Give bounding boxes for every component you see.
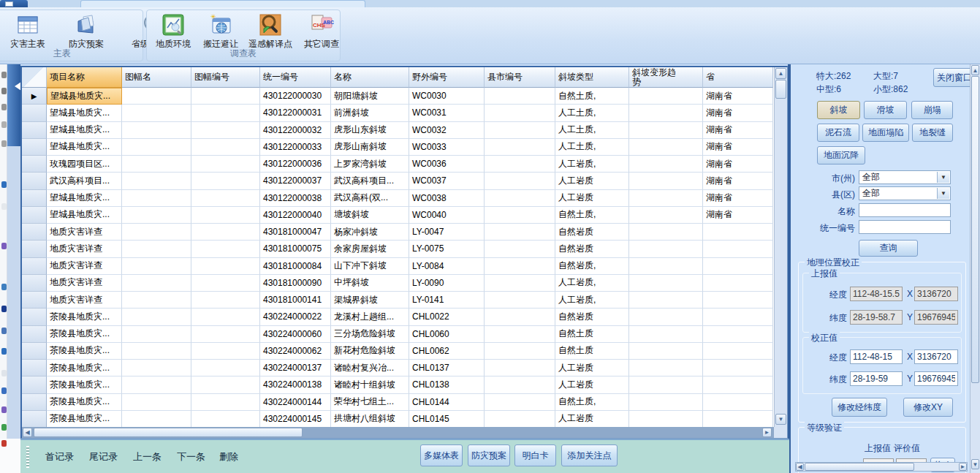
- table-cell[interactable]: CHL0062: [409, 343, 485, 360]
- previous-record-link[interactable]: 上一条: [133, 450, 162, 463]
- table-cell[interactable]: 430224000137: [260, 360, 331, 376]
- table-cell[interactable]: 430224000145: [260, 411, 331, 428]
- table-cell[interactable]: CHL0137: [409, 360, 485, 376]
- left-toolbar[interactable]: [0, 64, 7, 439]
- row-selector[interactable]: ▶: [22, 88, 47, 105]
- table-cell[interactable]: [485, 360, 555, 376]
- table-cell[interactable]: [703, 326, 773, 343]
- table-cell[interactable]: WC0031: [409, 105, 485, 121]
- table-cell[interactable]: [485, 292, 555, 309]
- table-cell[interactable]: 渠城界斜坡: [331, 292, 409, 309]
- type-button-landslide[interactable]: 滑坡: [864, 101, 907, 119]
- table-cell[interactable]: 430181000084: [260, 258, 331, 275]
- table-cell[interactable]: [122, 309, 191, 325]
- table-cell[interactable]: [629, 173, 703, 189]
- table-cell[interactable]: 茶陵县地质灾...: [47, 343, 122, 360]
- table-row[interactable]: 望城县地质灾...430122000040塘坡斜坡WC0040自然土质,湖南省: [22, 207, 773, 224]
- multimedia-table-button[interactable]: 多媒体表: [420, 444, 463, 466]
- table-cell[interactable]: 茶陵县地质灾...: [47, 394, 122, 411]
- table-cell[interactable]: 虎形山南斜坡: [331, 139, 409, 156]
- table-cell[interactable]: [191, 411, 260, 428]
- table-cell[interactable]: 430224000022: [260, 309, 331, 325]
- table-cell[interactable]: 自然岩质: [555, 224, 629, 241]
- table-cell[interactable]: 武汉高科(双...: [331, 190, 409, 207]
- table-cell[interactable]: WC0030: [409, 88, 485, 105]
- table-cell[interactable]: [191, 376, 260, 393]
- table-cell[interactable]: [703, 376, 773, 393]
- scroll-left-button[interactable]: ◀: [23, 428, 32, 437]
- table-row[interactable]: 茶陵县地质灾...430224000138诸睦村十组斜坡CHL0138人工岩质: [22, 376, 773, 393]
- table-row[interactable]: 望城县地质灾...430122000033虎形山南斜坡WC0033人工土质,湖南…: [22, 139, 773, 156]
- table-cell[interactable]: WC0036: [409, 156, 485, 173]
- table-cell[interactable]: 拱塘村八组斜坡: [331, 411, 409, 428]
- corrected-longitude-input[interactable]: [850, 349, 903, 364]
- table-cell[interactable]: LY-0141: [409, 292, 485, 309]
- row-selector[interactable]: [22, 343, 47, 360]
- table-cell[interactable]: [191, 258, 260, 275]
- table-cell[interactable]: [122, 190, 191, 207]
- table-cell[interactable]: 地质灾害详查: [47, 292, 122, 309]
- table-row[interactable]: 地质灾害详查430181000141渠城界斜坡LY-0141人工岩质,: [22, 292, 773, 309]
- table-cell[interactable]: CHL0022: [409, 309, 485, 325]
- table-cell[interactable]: [122, 88, 191, 105]
- table-cell[interactable]: [191, 326, 260, 343]
- table-cell[interactable]: [191, 275, 260, 292]
- table-cell[interactable]: 430122000033: [260, 139, 331, 156]
- table-cell[interactable]: [629, 139, 703, 156]
- uid-input[interactable]: [859, 220, 951, 234]
- type-button-slope[interactable]: 斜坡: [817, 101, 860, 119]
- corrected-x-input[interactable]: [914, 349, 958, 364]
- table-cell[interactable]: [191, 292, 260, 309]
- table-cell[interactable]: [191, 360, 260, 376]
- table-cell[interactable]: [122, 411, 191, 428]
- row-selector[interactable]: [22, 224, 47, 241]
- table-cell[interactable]: [703, 224, 773, 241]
- table-cell[interactable]: 武汉高科项目...: [331, 173, 409, 189]
- table-cell[interactable]: 地质灾害详查: [47, 241, 122, 257]
- toolbar-grip[interactable]: [26, 446, 29, 468]
- table-cell[interactable]: [122, 292, 191, 309]
- table-row[interactable]: 茶陵县地质灾...430224000022龙溪村上趟组...CHL0022自然岩…: [22, 309, 773, 325]
- table-cell[interactable]: 自然土质,: [555, 88, 629, 105]
- table-row[interactable]: 地质灾害详查430181000084山下冲下斜坡LY-0084自然岩质,: [22, 258, 773, 275]
- table-cell[interactable]: [629, 241, 703, 257]
- panel-horizontal-scrollbar[interactable]: ◀ ►: [795, 462, 968, 472]
- table-cell[interactable]: 自然岩质: [555, 309, 629, 325]
- table-cell[interactable]: 自然岩质: [555, 241, 629, 257]
- row-selector[interactable]: [22, 156, 47, 173]
- table-cell[interactable]: [191, 88, 260, 105]
- table-cell[interactable]: 430122000030: [260, 88, 331, 105]
- table-cell[interactable]: [191, 173, 260, 189]
- table-cell[interactable]: [485, 156, 555, 173]
- table-cell[interactable]: 人工土质,: [555, 122, 629, 139]
- table-cell[interactable]: 望城县地质灾...: [47, 105, 122, 121]
- table-cell[interactable]: [629, 394, 703, 411]
- scroll-up-button[interactable]: ▲: [775, 68, 786, 79]
- table-cell[interactable]: LY-0084: [409, 258, 485, 275]
- table-cell[interactable]: [703, 275, 773, 292]
- table-cell[interactable]: 望城县地质灾...: [47, 190, 122, 207]
- table-cell[interactable]: 余家房屋斜坡: [331, 241, 409, 257]
- row-selector[interactable]: [22, 360, 47, 376]
- table-cell[interactable]: [629, 122, 703, 139]
- column-header[interactable]: 图幅名: [122, 67, 191, 88]
- table-cell[interactable]: 地质灾害详查: [47, 275, 122, 292]
- type-button-ground-subsidence[interactable]: 地面沉降: [817, 146, 865, 164]
- scroll-thumb[interactable]: [775, 80, 786, 99]
- table-cell[interactable]: [122, 139, 191, 156]
- panel-splitter[interactable]: [7, 64, 20, 146]
- table-cell[interactable]: 430181000090: [260, 275, 331, 292]
- table-cell[interactable]: [122, 258, 191, 275]
- table-cell[interactable]: [629, 224, 703, 241]
- table-cell[interactable]: 诸睦村复兴冶...: [331, 360, 409, 376]
- table-cell[interactable]: [122, 105, 191, 121]
- table-cell[interactable]: 中坪斜坡: [331, 275, 409, 292]
- table-cell[interactable]: [703, 241, 773, 257]
- table-cell[interactable]: [485, 326, 555, 343]
- table-cell[interactable]: 430224000144: [260, 394, 331, 411]
- table-cell[interactable]: 430224000062: [260, 343, 331, 360]
- table-cell[interactable]: 430122000036: [260, 156, 331, 173]
- table-cell[interactable]: 湖南省: [703, 156, 773, 173]
- table-cell[interactable]: [629, 343, 703, 360]
- table-cell[interactable]: 430224000060: [260, 326, 331, 343]
